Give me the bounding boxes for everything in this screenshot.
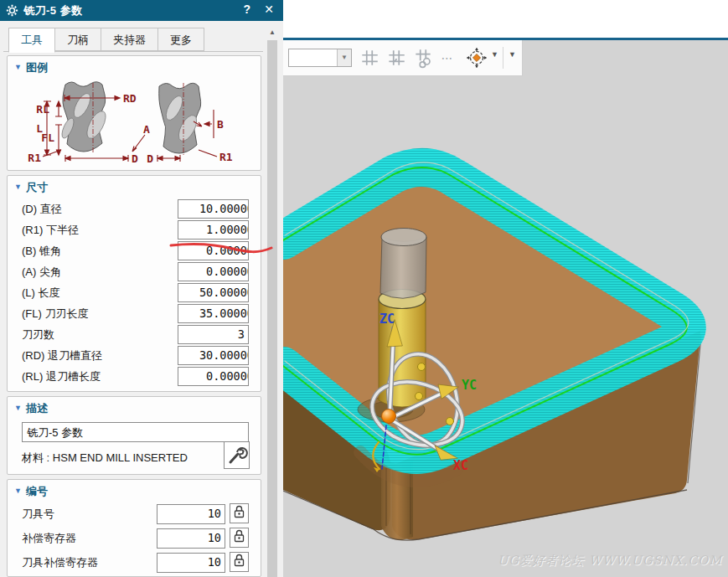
tab-holder[interactable]: 夹持器 — [101, 28, 158, 51]
material-label: 材料 : HSM END MILL INSERTED — [22, 451, 188, 466]
toolbar-more-dropdown-icon[interactable]: ▼ — [509, 50, 516, 59]
svg-text:RD: RD — [123, 92, 137, 105]
view-toolbar: ▼ ⋯ ▼ ▼ — [283, 40, 523, 76]
svg-text:D: D — [132, 152, 138, 165]
tool-parameters-dialog: 铣刀-5 参数 ? ✕ 工具 刀柄 夹持器 更多 ▼图例 — [0, 0, 283, 577]
label-flutes: 刀刃数 — [22, 327, 54, 343]
yc-axis-label: YC — [462, 378, 477, 393]
label-neck-length: (RL) 退刀槽长度 — [22, 369, 101, 384]
description-group: ▼描述 铣刀-5 参数 材料 : HSM END MILL INSERTED — [7, 396, 261, 475]
collapse-triangle-icon: ▼ — [14, 487, 22, 495]
input-neck-length[interactable]: 0.00000 — [178, 367, 249, 386]
label-diameter: (D) 直径 — [22, 202, 62, 217]
model-canvas[interactable]: ZC YC XC UG爱好者论坛 WWW.UGSNX.COM UG爱好者论坛 W… — [283, 40, 728, 577]
input-flutes[interactable]: 3 — [178, 325, 249, 344]
label-neck-diameter: (RD) 退刀槽直径 — [22, 348, 102, 363]
input-comp-register[interactable]: 10 — [157, 528, 225, 549]
dimensions-header[interactable]: ▼尺寸 — [14, 180, 48, 195]
input-diameter[interactable]: 10.00000 — [178, 199, 249, 219]
dialog-scrollbar[interactable]: ▲ — [266, 25, 278, 577]
tab-shank[interactable]: 刀柄 — [55, 28, 101, 51]
tool-name-input[interactable]: 铣刀-5 参数 — [22, 422, 249, 442]
combo-dropdown-icon[interactable]: ▼ — [337, 49, 351, 66]
watermark: UG爱好者论坛 WWW.UGSNX.COM — [498, 554, 723, 567]
svg-text:RL: RL — [36, 103, 49, 116]
snap-point-icon-2[interactable] — [385, 47, 407, 69]
scroll-up-icon[interactable]: ▲ — [266, 27, 278, 38]
wcs-dropdown-icon[interactable]: ▼ — [491, 50, 498, 59]
lock-icon — [233, 528, 245, 543]
input-neck-diameter[interactable]: 30.00000 — [178, 346, 249, 365]
lock-comp-register[interactable] — [230, 528, 249, 548]
selection-filter-combo[interactable]: ▼ — [288, 49, 352, 67]
collapse-triangle-icon: ▼ — [14, 404, 22, 412]
label-lower-radius: (R1) 下半径 — [22, 223, 79, 238]
lock-tool-comp-register[interactable] — [230, 552, 249, 572]
collapse-triangle-icon: ▼ — [14, 183, 22, 191]
wcs-origin-ball — [382, 410, 396, 424]
toolbar-separator — [503, 47, 503, 69]
label-tool-comp-register: 刀具补偿寄存器 — [22, 555, 98, 570]
ribbon-empty-area — [283, 0, 728, 40]
numbers-group: ▼编号 刀具号 10 补偿寄存器 10 刀具补偿寄存器 10 — [7, 479, 261, 577]
label-length: (L) 长度 — [22, 286, 60, 301]
description-header[interactable]: ▼描述 — [14, 401, 48, 416]
red-annotation-line — [168, 240, 276, 260]
svg-text:FL: FL — [41, 131, 54, 144]
legend-diagram: RD RL L FL R1 A D B D R1 — [13, 76, 257, 167]
right-tool-shape — [159, 83, 201, 157]
tab-more[interactable]: 更多 — [158, 28, 204, 51]
lock-tool-number[interactable] — [230, 503, 249, 523]
label-flute-length: (FL) 刀刃长度 — [22, 307, 88, 322]
collapse-triangle-icon: ▼ — [14, 63, 22, 71]
svg-text:R1: R1 — [28, 152, 41, 164]
svg-text:D: D — [147, 152, 153, 165]
dimensions-group: ▼尺寸 (D) 直径 10.00000 (R1) 下半径 1.00000 (B)… — [7, 175, 261, 392]
input-length[interactable]: 50.00000 — [178, 283, 249, 302]
zc-axis-label: ZC — [379, 312, 395, 327]
tab-strip: 工具 刀柄 夹持器 更多 — [8, 28, 204, 52]
graphics-viewport[interactable]: ZC YC XC UG爱好者论坛 WWW.UGSNX.COM UG爱好者论坛 W… — [283, 0, 728, 577]
input-tool-comp-register[interactable]: 10 — [157, 553, 225, 573]
tab-tool[interactable]: 工具 — [8, 28, 55, 53]
lock-icon — [233, 504, 245, 518]
edit-material-button[interactable] — [224, 441, 250, 469]
input-tip-angle[interactable]: 0.00000 — [178, 262, 249, 281]
lock-icon — [233, 553, 245, 567]
legend-header[interactable]: ▼图例 — [14, 60, 48, 75]
label-tip-angle: (A) 尖角 — [22, 265, 61, 280]
numbers-header[interactable]: ▼编号 — [14, 484, 48, 499]
dialog-title: 铣刀-5 参数 — [23, 3, 83, 18]
svg-text:R1: R1 — [219, 151, 233, 163]
label-tool-number: 刀具号 — [22, 507, 54, 522]
legend-group: ▼图例 — [7, 55, 261, 171]
snap-point-icon-1[interactable] — [359, 47, 380, 69]
help-button[interactable]: ? — [243, 3, 250, 16]
left-tool-shape — [59, 82, 109, 153]
snap-point-icon-3[interactable] — [412, 47, 434, 69]
wrench-icon — [225, 442, 249, 468]
close-button[interactable]: ✕ — [264, 3, 274, 16]
svg-text:B: B — [217, 118, 224, 131]
scrollbar-thumb[interactable] — [267, 40, 277, 577]
toolbar-overflow-ellipsis[interactable]: ⋯ — [437, 47, 457, 69]
wcs-orientation-icon[interactable] — [466, 47, 488, 69]
input-tool-number[interactable]: 10 — [157, 504, 225, 524]
label-taper-angle: (B) 锥角 — [22, 244, 61, 259]
label-comp-register: 补偿寄存器 — [22, 531, 76, 546]
input-lower-radius[interactable]: 1.00000 — [178, 220, 249, 240]
input-flute-length[interactable]: 35.00000 — [178, 304, 249, 323]
svg-text:A: A — [143, 123, 150, 136]
gear-icon — [6, 4, 18, 17]
dialog-titlebar: 铣刀-5 参数 ? ✕ — [0, 0, 283, 21]
xc-axis-label: XC — [453, 458, 468, 473]
